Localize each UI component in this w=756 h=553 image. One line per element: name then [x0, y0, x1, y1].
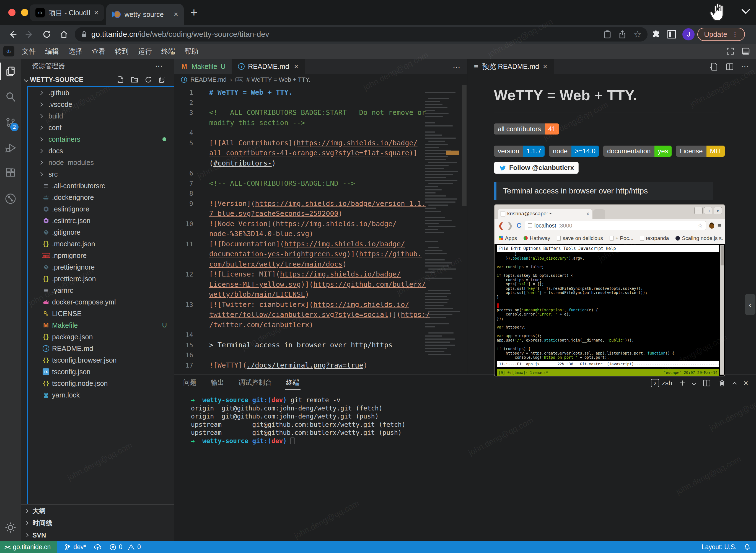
close-tab-icon[interactable]: ×	[94, 8, 98, 17]
tree-item-.eslintignore[interactable]: .eslintignore	[28, 203, 174, 215]
update-button[interactable]: Update⋮	[697, 28, 745, 41]
tree-item-tsconfig.node.json[interactable]: {}tsconfig.node.json	[28, 378, 174, 389]
tree-item-src[interactable]: src	[28, 168, 174, 180]
tree-item-tsconfig.json[interactable]: TStsconfig.json	[28, 366, 174, 378]
new-folder-icon[interactable]	[131, 76, 138, 84]
chevron-down-icon[interactable]	[741, 5, 750, 14]
tree-item-docs[interactable]: docs	[28, 145, 174, 157]
bookmark-star-icon[interactable]: ☆	[634, 29, 642, 40]
home-icon[interactable]	[59, 29, 69, 39]
sidebar-section-时间线[interactable]: 时间线	[21, 517, 174, 529]
tree-item-.prettierignore[interactable]: .prettierignore	[28, 261, 174, 273]
tree-item-build[interactable]: build	[28, 110, 174, 122]
forward-icon[interactable]	[25, 29, 34, 39]
tree-item-LICENSE[interactable]: LICENSE	[28, 308, 174, 319]
tree-item-containers[interactable]: containers	[28, 134, 174, 145]
tree-item-node_modules[interactable]: node_modules	[28, 157, 174, 168]
panel-collapse-chevron[interactable]: ‹	[745, 294, 755, 315]
shell-selector[interactable]: ❯ zsh	[651, 379, 672, 387]
problems-indicator[interactable]: 0 0	[109, 543, 141, 551]
menu-item[interactable]: 终端	[157, 47, 180, 56]
bell-icon[interactable]	[744, 544, 750, 551]
refresh-icon[interactable]	[145, 76, 152, 84]
workspace-section-header[interactable]: WETTY-SOURCE	[21, 73, 174, 86]
tree-item-.prettierrc.json[interactable]: {}.prettierrc.json	[28, 273, 174, 285]
minimize-window-button[interactable]	[21, 9, 28, 16]
close-window-button[interactable]	[8, 9, 15, 16]
tree-item-Makefile[interactable]: MMakefileU	[28, 319, 174, 331]
tree-item-.gitignore[interactable]: .gitignore	[28, 226, 174, 238]
avatar[interactable]: J	[682, 28, 694, 41]
remote-indicator[interactable]: >< go.titanide.cn	[0, 541, 57, 553]
share-icon[interactable]	[618, 30, 626, 39]
reload-icon[interactable]	[42, 29, 52, 39]
new-tab-button[interactable]: +	[190, 6, 197, 19]
breadcrumb[interactable]: i README.md › abc # WeTTY = Web + TTY.	[174, 74, 467, 85]
tree-item-.all-contributorsrc[interactable]: ≡.all-contributorsrc	[28, 180, 174, 191]
panel-tab-终端[interactable]: 终端	[286, 375, 300, 391]
kill-terminal-trash-icon[interactable]	[718, 379, 726, 387]
back-icon[interactable]	[8, 29, 17, 39]
editor-tab-readme[interactable]: i README.md ×	[232, 59, 305, 74]
tree-item-README.md[interactable]: iREADME.md	[28, 343, 174, 354]
close-panel-icon[interactable]: ×	[743, 378, 748, 388]
menu-item[interactable]: 查看	[87, 47, 110, 56]
tree-item-.github[interactable]: .github	[28, 87, 174, 98]
activity-run-debug-icon[interactable]	[0, 135, 21, 161]
tree-item-conf[interactable]: conf	[28, 122, 174, 134]
split-terminal-icon[interactable]	[702, 379, 711, 387]
maximize-panel-icon[interactable]	[733, 382, 737, 386]
editor-tab-makefile[interactable]: M Makefile U	[174, 59, 232, 74]
tree-item-.yarnrc[interactable]: ≡.yarnrc	[28, 285, 174, 296]
twitter-follow-button[interactable]: Follow @cianbutlerx	[494, 162, 579, 174]
tree-item-package.json[interactable]: {}package.json	[28, 331, 174, 343]
preview-tab[interactable]: ≡ 预览 README.md ×	[468, 59, 554, 74]
sidebar-section-大纲[interactable]: 大纲	[21, 504, 174, 517]
menu-item[interactable]: 编辑	[40, 47, 64, 56]
menu-item[interactable]: 帮助	[180, 47, 203, 56]
preview-more-actions-icon[interactable]: ⋯	[741, 62, 749, 71]
new-terminal-button[interactable]: +	[679, 377, 685, 389]
tree-item-yarn.lock[interactable]: yarn.lock	[28, 389, 174, 401]
open-source-file-icon[interactable]	[710, 62, 719, 71]
tree-item-tsconfig.browser.json[interactable]: {}tsconfig.browser.json	[28, 354, 174, 366]
menu-item[interactable]: 转到	[110, 47, 134, 56]
tree-item-.npmignore[interactable]: npm.npmignore	[28, 250, 174, 261]
tree-item-.mocharc.json[interactable]: {}.mocharc.json	[28, 238, 174, 250]
code-editor[interactable]: 1# WeTTY = Web + TTY.23<!-- ALL-CONTRIBU…	[174, 85, 467, 374]
menu-item[interactable]: 文件	[17, 47, 40, 56]
activity-explorer-icon[interactable]	[0, 59, 21, 84]
branch-indicator[interactable]: dev*	[65, 543, 86, 551]
new-file-icon[interactable]	[117, 76, 124, 84]
all-contributors-badge[interactable]: all contributors 41	[494, 124, 559, 135]
keyboard-layout[interactable]: Layout: U.S.	[701, 543, 737, 551]
tree-item-.vscode[interactable]: .vscode	[28, 98, 174, 110]
browser-tab-wetty-source[interactable]: wetty-source - CloudIDE ×	[106, 4, 184, 25]
activity-search-icon[interactable]	[0, 84, 21, 109]
layout-panel-icon[interactable]	[742, 47, 750, 55]
settings-gear-icon[interactable]	[0, 518, 21, 537]
sidebar-section-SVN[interactable]: SVN	[21, 529, 174, 541]
close-tab-icon[interactable]: ×	[174, 10, 178, 19]
clipboard-icon[interactable]	[603, 30, 611, 39]
browser-tab-project[interactable]: ‹t› 项目 - CloudIDE ×	[30, 4, 104, 21]
editor-scrollbar[interactable]	[462, 85, 467, 206]
split-editor-icon[interactable]	[726, 63, 734, 71]
activity-extensions-icon[interactable]	[0, 161, 21, 186]
minimap[interactable]	[424, 87, 460, 364]
panel-tab-输出[interactable]: 输出	[211, 375, 224, 391]
collapse-all-icon[interactable]	[158, 76, 166, 84]
editor-more-actions-icon[interactable]: ⋯	[453, 63, 461, 72]
close-tab-icon[interactable]: ×	[543, 62, 547, 71]
address-bar[interactable]: go.titanide.cn/ide/web/coding/wetty-sour…	[75, 27, 648, 42]
terminal-dropdown-icon[interactable]	[692, 381, 696, 385]
reading-list-panel-icon[interactable]	[667, 30, 676, 38]
close-tab-icon[interactable]: ×	[294, 62, 298, 71]
tree-item-.eslintrc.json[interactable]: .eslintrc.json	[28, 215, 174, 226]
fullscreen-icon[interactable]	[726, 47, 735, 55]
menu-item[interactable]: 选择	[64, 47, 87, 56]
tree-item-.dockerignore[interactable]: .dockerignore	[28, 191, 174, 203]
sync-indicator[interactable]	[94, 544, 101, 551]
activity-source-control-icon[interactable]: 2	[0, 109, 21, 135]
explorer-more-actions-icon[interactable]: ⋯	[155, 62, 163, 71]
